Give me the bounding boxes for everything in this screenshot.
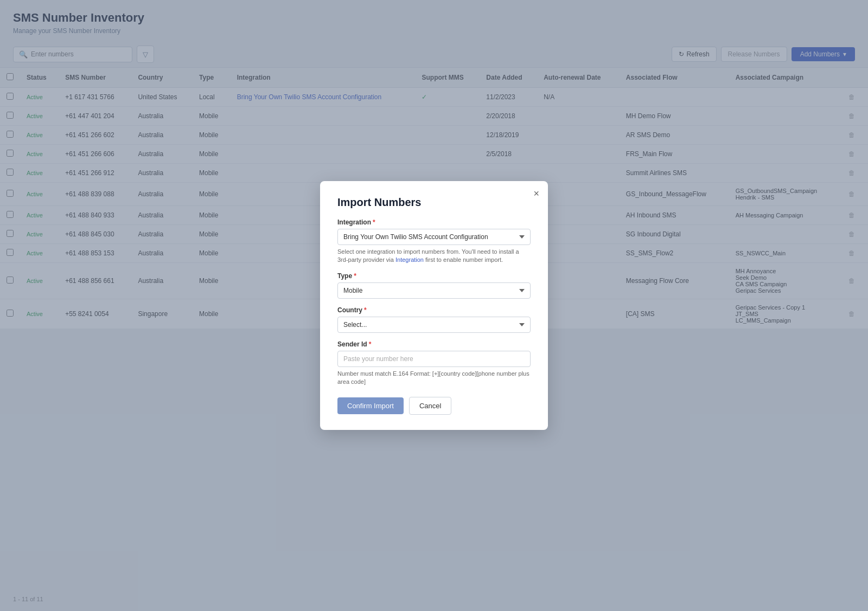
sender-id-label: Sender Id * xyxy=(337,340,531,348)
integration-link[interactable]: Integration xyxy=(395,256,424,263)
type-group: Type * Mobile Local Toll-Free xyxy=(337,272,531,299)
integration-select[interactable]: Bring Your Own Twilio SMS Account Config… xyxy=(337,229,531,245)
cancel-button[interactable]: Cancel xyxy=(409,397,451,415)
country-required: * xyxy=(364,306,367,314)
sender-id-hint: Number must match E.164 Format: [+][coun… xyxy=(337,370,531,387)
type-required: * xyxy=(354,272,356,280)
integration-required: * xyxy=(373,218,375,226)
modal-title: Import Numbers xyxy=(337,196,531,209)
sender-id-group: Sender Id * Number must match E.164 Form… xyxy=(337,340,531,387)
type-label: Type * xyxy=(337,272,531,280)
sender-id-required: * xyxy=(369,340,372,348)
modal-close-button[interactable]: × xyxy=(533,189,539,198)
integration-group: Integration * Bring Your Own Twilio SMS … xyxy=(337,218,531,265)
country-label: Country * xyxy=(337,306,531,314)
modal-overlay: × Import Numbers Integration * Bring You… xyxy=(0,0,868,611)
type-select[interactable]: Mobile Local Toll-Free xyxy=(337,282,531,299)
sender-id-input[interactable] xyxy=(337,351,531,367)
country-group: Country * Select... xyxy=(337,306,531,333)
confirm-import-button[interactable]: Confirm Import xyxy=(337,397,404,414)
integration-hint: Select one integration to import numbers… xyxy=(337,248,531,265)
modal-footer: Confirm Import Cancel xyxy=(337,397,531,415)
integration-label: Integration * xyxy=(337,218,531,226)
country-select[interactable]: Select... xyxy=(337,317,531,333)
import-modal: × Import Numbers Integration * Bring You… xyxy=(320,181,548,430)
